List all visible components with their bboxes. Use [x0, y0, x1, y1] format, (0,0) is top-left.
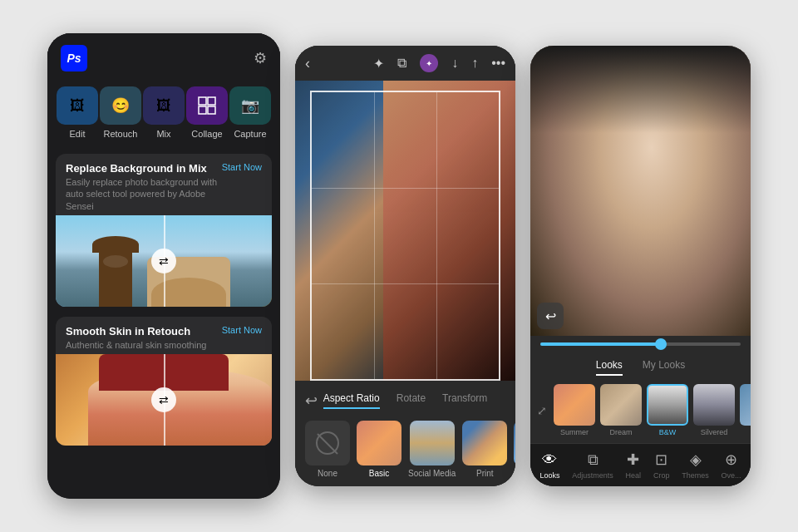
expand-icon[interactable]: ⤢: [537, 404, 547, 417]
preset-social-thumb: [410, 421, 455, 466]
look-summer[interactable]: Summer: [554, 384, 595, 436]
look-bw-thumb: [647, 384, 688, 426]
look-bw[interactable]: B&W: [647, 384, 688, 436]
slider-thumb[interactable]: [655, 338, 667, 350]
ps-logo: Ps: [61, 45, 87, 71]
overlays-tool-label: Ove...: [722, 471, 741, 480]
mix-icon-box: 🖼: [143, 86, 185, 125]
preset-none-bg: [305, 421, 350, 466]
nav-collage[interactable]: Collage: [186, 86, 228, 139]
crop-tool-label: Crop: [653, 471, 670, 480]
nav-mix[interactable]: 🖼 Mix: [143, 86, 185, 139]
tab-aspect-ratio[interactable]: Aspect Ratio: [323, 392, 380, 409]
tool-crop[interactable]: ⊡ Crop: [653, 451, 670, 480]
p2-tabs: ↩ Aspect Ratio Rotate Transform: [295, 387, 515, 414]
share-icon[interactable]: ↑: [471, 56, 478, 71]
preset-social-label: Social Media: [408, 469, 456, 478]
svg-rect-0: [199, 97, 206, 105]
magic-wand-icon[interactable]: ✦: [373, 56, 384, 71]
download-icon[interactable]: ↓: [451, 56, 458, 71]
look-silvered[interactable]: Silvered: [693, 384, 735, 436]
themes-tool-label: Themes: [682, 471, 709, 480]
looks-tool-icon: 👁: [542, 451, 557, 469]
looks-row: ⤢ Summer Dream B&W Silvered: [530, 379, 751, 443]
preset-basic[interactable]: Basic: [357, 421, 401, 478]
tool-adjustments[interactable]: ⧉ Adjustments: [572, 451, 613, 480]
more-icon[interactable]: •••: [491, 56, 505, 71]
preset-digital[interactable]: Digital A...: [514, 421, 515, 478]
card2-title: Smooth Skin in Retouch: [66, 325, 206, 337]
tool-overlays[interactable]: ⊕ Ove...: [722, 451, 741, 480]
svg-rect-1: [208, 97, 215, 105]
preset-print[interactable]: Print: [462, 421, 507, 478]
tab-rotate[interactable]: Rotate: [397, 392, 426, 409]
portrait-photo: ↩: [530, 46, 751, 336]
card2-image: ⇄: [56, 354, 272, 446]
slider-track[interactable]: [540, 342, 741, 346]
adobe-icon[interactable]: ✦: [420, 54, 438, 72]
grid-h2: [312, 283, 499, 284]
heal-tool-label: Heal: [626, 471, 642, 480]
preset-basic-label: Basic: [369, 469, 389, 478]
intensity-slider-area: [530, 336, 751, 352]
retouch-label: Retouch: [104, 129, 138, 139]
back-arrow-icon[interactable]: ‹: [305, 55, 310, 72]
edit-label: Edit: [70, 129, 86, 139]
tool-themes[interactable]: ◈ Themes: [682, 451, 709, 480]
heal-tool-icon: ✚: [627, 451, 639, 469]
slider-fill: [540, 342, 661, 346]
phone-3: ↩ Looks My Looks ⤢: [530, 46, 751, 486]
preset-none[interactable]: None: [305, 421, 350, 478]
look-dream[interactable]: Dream: [600, 384, 642, 436]
crop-frame: [310, 91, 500, 381]
svg-rect-3: [208, 106, 215, 114]
nav-capture[interactable]: 📷 Capture: [229, 86, 271, 139]
tool-heal[interactable]: ✚ Heal: [626, 451, 642, 480]
themes-tool-icon: ◈: [690, 451, 702, 469]
look-silvered-label: Silvered: [701, 428, 728, 436]
none-icon: [316, 431, 339, 455]
nav-edit[interactable]: 🖼 Edit: [57, 86, 98, 139]
look-silvered-thumb: [693, 384, 735, 426]
tab-looks[interactable]: Looks: [596, 359, 623, 376]
p2-header: ‹ ✦ ⧉ ✦ ↓ ↑ •••: [295, 46, 515, 81]
grid-h1: [312, 188, 499, 189]
p2-toolbar-icons: ✦ ⧉ ✦ ↓ ↑ •••: [373, 54, 505, 72]
look-dream-label: Dream: [609, 428, 632, 436]
undo-icon[interactable]: ↩: [305, 392, 318, 410]
person-illustration: [99, 249, 132, 307]
card2-cta[interactable]: Start Now: [222, 325, 262, 335]
look-extra[interactable]: [740, 384, 751, 436]
grid-v1: [374, 92, 375, 379]
preset-digital-thumb: [514, 421, 515, 466]
nav-retouch[interactable]: 😊 Retouch: [100, 86, 141, 139]
p1-header: Ps ⚙: [47, 33, 280, 80]
card-replace-bg: Replace Background in Mix Easily replace…: [56, 154, 272, 307]
adjust-circle[interactable]: ⇄: [151, 249, 176, 273]
collage-label: Collage: [191, 129, 222, 139]
card1-image: ⇄: [56, 215, 272, 307]
phone-1: Ps ⚙ 🖼 Edit 😊 Retouch: [47, 33, 280, 499]
card1-cta[interactable]: Start Now: [222, 162, 262, 172]
preset-social[interactable]: Social Media: [408, 421, 456, 478]
look-dream-thumb: [600, 384, 642, 426]
gear-icon[interactable]: ⚙: [254, 49, 267, 67]
tab-transform[interactable]: Transform: [442, 392, 487, 409]
grid-v2: [436, 92, 437, 379]
capture-icon-box: 📷: [229, 86, 271, 125]
card2-subtitle: Authentic & natural skin smoothing: [66, 339, 206, 351]
preset-social-bg: [410, 421, 455, 466]
compare-icon[interactable]: ⧉: [397, 56, 406, 71]
preset-digital-bg: [514, 421, 515, 466]
undo-btn[interactable]: ↩: [537, 303, 564, 329]
collage-icon-box: [186, 86, 228, 125]
adjustments-tool-label: Adjustments: [572, 471, 613, 480]
tab-my-looks[interactable]: My Looks: [643, 359, 685, 376]
expand-icon-area: ⤢: [537, 384, 547, 436]
tool-looks[interactable]: 👁 Looks: [539, 451, 559, 480]
looks-tool-label: Looks: [539, 471, 559, 480]
capture-label: Capture: [234, 129, 266, 139]
adjust-circle-2[interactable]: ⇄: [151, 387, 176, 412]
card1-title: Replace Background in Mix: [66, 162, 222, 175]
look-extra-thumb: [740, 384, 751, 426]
